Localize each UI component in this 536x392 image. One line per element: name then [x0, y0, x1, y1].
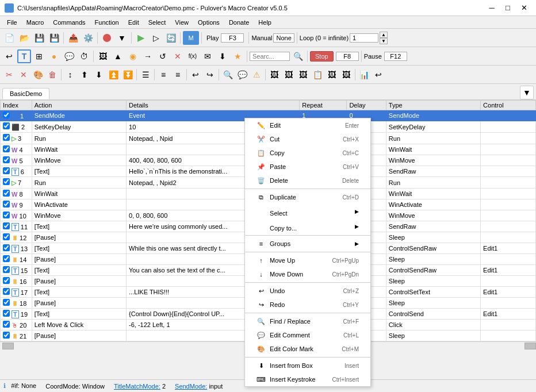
tb3-down[interactable]: ⬇	[92, 68, 106, 82]
tb2-text[interactable]: T	[17, 49, 31, 63]
ctx-menu-item[interactable]: ✏️ Edit Enter	[245, 118, 370, 132]
tb3-img3[interactable]: 🖼	[296, 68, 310, 82]
menu-function[interactable]: Function	[90, 16, 124, 29]
menu-macro[interactable]: Macro	[22, 16, 49, 29]
export-button[interactable]: 📤	[66, 31, 80, 45]
record-button[interactable]	[100, 31, 114, 45]
tb3-cut[interactable]: ✂	[2, 68, 16, 82]
record-dropdown[interactable]: ▼	[115, 31, 129, 45]
menu-view[interactable]: View	[170, 16, 193, 29]
tb2-func[interactable]: f(x)	[186, 49, 200, 63]
loop-down-btn[interactable]: ▼	[380, 38, 388, 44]
tb3-top[interactable]: ⏫	[106, 68, 120, 82]
tb3-x[interactable]: ✕	[17, 68, 30, 82]
tb3-clip[interactable]: 📋	[311, 68, 324, 82]
title-match-link[interactable]: TitleMatchMode:	[114, 383, 160, 390]
minimize-button[interactable]: ─	[484, 2, 499, 14]
sendmode-link[interactable]: SendMode:	[175, 383, 207, 390]
save-button[interactable]: 💾	[32, 31, 46, 45]
macro-tab[interactable]: M	[183, 31, 199, 45]
tb2-circle[interactable]: ●	[47, 49, 61, 63]
tb2-undo[interactable]: ↩	[2, 49, 16, 63]
tb2-chat[interactable]: 💬	[62, 49, 76, 63]
pause-hotkey[interactable]: F12	[384, 52, 407, 61]
maximize-button[interactable]: □	[500, 2, 515, 14]
loop-up-btn[interactable]: ▲	[380, 32, 388, 38]
tb3-bottom[interactable]: ⏬	[121, 68, 135, 82]
tb3-img4[interactable]: 🖼	[325, 68, 339, 82]
tab-dropdown-btn[interactable]: ▼	[520, 86, 534, 99]
menu-donate[interactable]: Donate	[224, 16, 254, 29]
tab-basicdemo[interactable]: BasicDemo	[2, 88, 49, 99]
ctx-menu-item[interactable]: ↑ Move Up Ctrl+PgUp	[245, 253, 370, 267]
new-button[interactable]: 📄	[2, 31, 16, 45]
tb2-img[interactable]: 🖼	[96, 49, 110, 63]
tb3-undo[interactable]: ↩	[189, 68, 202, 82]
menu-file[interactable]: File	[2, 16, 22, 29]
ctx-menu-item[interactable]: Select	[245, 204, 370, 219]
ctx-menu-item[interactable]: 🗑️ Delete Delete	[245, 174, 370, 187]
search-button[interactable]: 🔍	[291, 49, 305, 63]
play-loop[interactable]: 🔄	[164, 31, 178, 45]
stop-button[interactable]: Stop	[310, 51, 334, 62]
ctx-menu-item[interactable]: 💬 Edit Comment Ctrl+L	[245, 328, 370, 342]
ctx-menu-item[interactable]: 🔍 Find / Replace Ctrl+F	[245, 314, 370, 328]
ctx-item-shortcut: Ctrl+M	[342, 346, 359, 352]
tb2-reload[interactable]: ↺	[156, 49, 170, 63]
open-button[interactable]: 📂	[17, 31, 31, 45]
tb2-star[interactable]: ★	[231, 49, 244, 63]
manual-select[interactable]: None	[273, 33, 294, 43]
tb3-redo[interactable]: ↪	[203, 68, 217, 82]
search-input[interactable]	[250, 52, 290, 61]
menu-commands[interactable]: Commands	[48, 16, 90, 29]
tb3-tbl[interactable]: 📊	[357, 68, 371, 82]
loop-input[interactable]	[350, 33, 378, 43]
ctx-menu-item[interactable]: ↪ Redo Ctrl+Y	[245, 298, 370, 312]
ctx-menu-item[interactable]: ↓ Move Down Ctrl+PgDn	[245, 267, 370, 281]
tb2-grid[interactable]: ⊞	[32, 49, 46, 63]
menu-options[interactable]: Options	[193, 16, 224, 29]
tb2-dl[interactable]: ⬇	[216, 49, 229, 63]
tb2-dot[interactable]: ◉	[126, 49, 140, 63]
menu-edit[interactable]: Edit	[124, 16, 144, 29]
ctx-menu-item[interactable]: 📌 Paste Ctrl+V	[245, 160, 370, 174]
play-step[interactable]: ▷	[149, 31, 163, 45]
play-button[interactable]: ▶	[134, 31, 148, 45]
menu-help[interactable]: Help	[254, 16, 276, 29]
ctx-menu-item[interactable]: ⬇ Insert from Box Insert	[245, 359, 370, 372]
menu-select[interactable]: Select	[144, 16, 171, 29]
tb3-chat[interactable]: 💬	[235, 68, 249, 82]
tb2-timer[interactable]: ⏱	[77, 49, 91, 63]
tb3-color[interactable]: 🎨	[31, 68, 45, 82]
settings-button[interactable]: ⚙️	[81, 31, 95, 45]
if-icon[interactable]: ℹ	[3, 382, 6, 389]
ctx-menu-item[interactable]: ↩ Undo Ctrl+Z	[245, 284, 370, 298]
tb2-right[interactable]: →	[141, 49, 155, 63]
ctx-menu-item[interactable]: 📋 Copy Ctrl+C	[245, 146, 370, 160]
tb3-align1[interactable]: ≡	[156, 68, 170, 82]
ctx-menu-item[interactable]: 🎨 Edit Color Mark Ctrl+M	[245, 342, 370, 356]
tb3-img2[interactable]: 🖼	[282, 68, 296, 82]
tb3-up[interactable]: ⬆	[78, 68, 91, 82]
tb2-mail[interactable]: ✉	[201, 49, 215, 63]
tb3-warn[interactable]: ⚠	[250, 68, 263, 82]
tb3-align2[interactable]: ≡	[171, 68, 185, 82]
tb3-img5[interactable]: 🖼	[339, 68, 353, 82]
saveas-button[interactable]: 💾	[47, 31, 61, 45]
tb2-tri[interactable]: ▲	[111, 49, 125, 63]
tb3-zoom[interactable]: 🔍	[221, 68, 235, 82]
tb3-img1[interactable]: 🖼	[267, 68, 281, 82]
tb3-list[interactable]: ☰	[139, 68, 152, 82]
ctx-menu-item[interactable]: ⌨ Insert Keystroke Ctrl+Insert	[245, 372, 370, 386]
play-hotkey-box[interactable]: F3	[221, 33, 244, 43]
ctx-menu-item[interactable]: Copy to...	[245, 219, 370, 234]
ctx-menu-item[interactable]: ≡ Groups	[245, 237, 370, 251]
ctx-menu-item[interactable]: ✂️ Cut Ctrl+X	[245, 132, 370, 146]
tb3-back[interactable]: ↩	[372, 68, 385, 82]
close-button[interactable]: ✕	[516, 2, 531, 14]
ctx-menu-item[interactable]: ⧉ Duplicate Ctrl+D	[245, 190, 370, 204]
tb3-del[interactable]: 🗑	[45, 68, 59, 82]
tb3-move[interactable]: ↕	[63, 68, 77, 82]
stop-hotkey[interactable]: F8	[336, 52, 359, 61]
tb2-x[interactable]: ✕	[171, 49, 185, 63]
